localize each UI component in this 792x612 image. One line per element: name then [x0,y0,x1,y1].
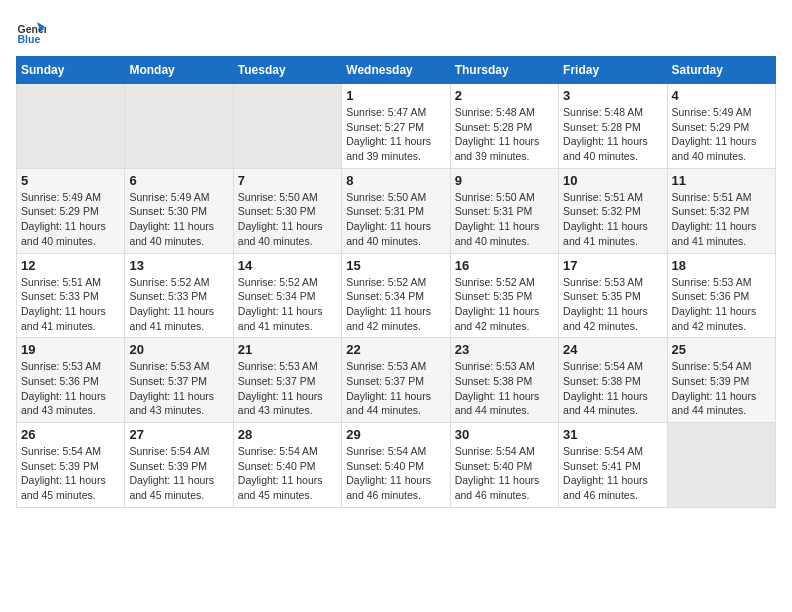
table-row: 19Sunrise: 5:53 AMSunset: 5:36 PMDayligh… [17,338,125,423]
day-number: 8 [346,173,445,188]
day-number: 1 [346,88,445,103]
day-info: Sunrise: 5:54 AMSunset: 5:39 PMDaylight:… [672,359,771,418]
table-row: 26Sunrise: 5:54 AMSunset: 5:39 PMDayligh… [17,423,125,508]
col-friday: Friday [559,57,667,84]
day-number: 11 [672,173,771,188]
table-row: 28Sunrise: 5:54 AMSunset: 5:40 PMDayligh… [233,423,341,508]
day-info: Sunrise: 5:53 AMSunset: 5:37 PMDaylight:… [238,359,337,418]
day-info: Sunrise: 5:54 AMSunset: 5:40 PMDaylight:… [455,444,554,503]
table-row: 18Sunrise: 5:53 AMSunset: 5:36 PMDayligh… [667,253,775,338]
day-number: 21 [238,342,337,357]
col-wednesday: Wednesday [342,57,450,84]
calendar-body: 1Sunrise: 5:47 AMSunset: 5:27 PMDaylight… [17,84,776,508]
table-row: 16Sunrise: 5:52 AMSunset: 5:35 PMDayligh… [450,253,558,338]
table-row: 21Sunrise: 5:53 AMSunset: 5:37 PMDayligh… [233,338,341,423]
table-row: 17Sunrise: 5:53 AMSunset: 5:35 PMDayligh… [559,253,667,338]
day-info: Sunrise: 5:52 AMSunset: 5:35 PMDaylight:… [455,275,554,334]
table-row [667,423,775,508]
day-number: 31 [563,427,662,442]
day-info: Sunrise: 5:49 AMSunset: 5:30 PMDaylight:… [129,190,228,249]
day-info: Sunrise: 5:50 AMSunset: 5:31 PMDaylight:… [455,190,554,249]
day-number: 13 [129,258,228,273]
table-row: 15Sunrise: 5:52 AMSunset: 5:34 PMDayligh… [342,253,450,338]
day-info: Sunrise: 5:48 AMSunset: 5:28 PMDaylight:… [563,105,662,164]
day-number: 7 [238,173,337,188]
col-monday: Monday [125,57,233,84]
table-row: 1Sunrise: 5:47 AMSunset: 5:27 PMDaylight… [342,84,450,169]
day-number: 25 [672,342,771,357]
table-row: 6Sunrise: 5:49 AMSunset: 5:30 PMDaylight… [125,168,233,253]
table-row: 24Sunrise: 5:54 AMSunset: 5:38 PMDayligh… [559,338,667,423]
day-number: 18 [672,258,771,273]
day-number: 4 [672,88,771,103]
day-info: Sunrise: 5:51 AMSunset: 5:33 PMDaylight:… [21,275,120,334]
day-number: 26 [21,427,120,442]
day-info: Sunrise: 5:54 AMSunset: 5:39 PMDaylight:… [21,444,120,503]
table-row: 11Sunrise: 5:51 AMSunset: 5:32 PMDayligh… [667,168,775,253]
logo: General Blue [16,16,50,46]
day-number: 23 [455,342,554,357]
day-info: Sunrise: 5:54 AMSunset: 5:38 PMDaylight:… [563,359,662,418]
table-row: 13Sunrise: 5:52 AMSunset: 5:33 PMDayligh… [125,253,233,338]
day-info: Sunrise: 5:51 AMSunset: 5:32 PMDaylight:… [563,190,662,249]
table-row: 20Sunrise: 5:53 AMSunset: 5:37 PMDayligh… [125,338,233,423]
day-number: 19 [21,342,120,357]
day-info: Sunrise: 5:49 AMSunset: 5:29 PMDaylight:… [672,105,771,164]
table-row: 5Sunrise: 5:49 AMSunset: 5:29 PMDaylight… [17,168,125,253]
table-row: 22Sunrise: 5:53 AMSunset: 5:37 PMDayligh… [342,338,450,423]
day-number: 6 [129,173,228,188]
day-info: Sunrise: 5:52 AMSunset: 5:34 PMDaylight:… [346,275,445,334]
table-row: 25Sunrise: 5:54 AMSunset: 5:39 PMDayligh… [667,338,775,423]
table-row: 10Sunrise: 5:51 AMSunset: 5:32 PMDayligh… [559,168,667,253]
day-info: Sunrise: 5:49 AMSunset: 5:29 PMDaylight:… [21,190,120,249]
day-info: Sunrise: 5:53 AMSunset: 5:38 PMDaylight:… [455,359,554,418]
day-info: Sunrise: 5:52 AMSunset: 5:33 PMDaylight:… [129,275,228,334]
day-number: 30 [455,427,554,442]
day-number: 29 [346,427,445,442]
day-number: 22 [346,342,445,357]
table-row: 3Sunrise: 5:48 AMSunset: 5:28 PMDaylight… [559,84,667,169]
table-row: 9Sunrise: 5:50 AMSunset: 5:31 PMDaylight… [450,168,558,253]
day-number: 5 [21,173,120,188]
col-thursday: Thursday [450,57,558,84]
day-number: 15 [346,258,445,273]
table-row [125,84,233,169]
table-row [17,84,125,169]
page-header: General Blue [16,16,776,46]
day-number: 28 [238,427,337,442]
col-saturday: Saturday [667,57,775,84]
day-number: 3 [563,88,662,103]
table-row: 12Sunrise: 5:51 AMSunset: 5:33 PMDayligh… [17,253,125,338]
table-row: 2Sunrise: 5:48 AMSunset: 5:28 PMDaylight… [450,84,558,169]
calendar-table: Sunday Monday Tuesday Wednesday Thursday… [16,56,776,508]
col-tuesday: Tuesday [233,57,341,84]
day-info: Sunrise: 5:53 AMSunset: 5:36 PMDaylight:… [672,275,771,334]
day-info: Sunrise: 5:54 AMSunset: 5:39 PMDaylight:… [129,444,228,503]
day-number: 20 [129,342,228,357]
table-row: 23Sunrise: 5:53 AMSunset: 5:38 PMDayligh… [450,338,558,423]
day-number: 16 [455,258,554,273]
logo-icon: General Blue [16,16,46,46]
day-info: Sunrise: 5:53 AMSunset: 5:37 PMDaylight:… [129,359,228,418]
day-info: Sunrise: 5:50 AMSunset: 5:30 PMDaylight:… [238,190,337,249]
day-number: 27 [129,427,228,442]
day-info: Sunrise: 5:54 AMSunset: 5:41 PMDaylight:… [563,444,662,503]
day-number: 12 [21,258,120,273]
day-info: Sunrise: 5:51 AMSunset: 5:32 PMDaylight:… [672,190,771,249]
day-number: 10 [563,173,662,188]
day-info: Sunrise: 5:52 AMSunset: 5:34 PMDaylight:… [238,275,337,334]
day-info: Sunrise: 5:48 AMSunset: 5:28 PMDaylight:… [455,105,554,164]
day-info: Sunrise: 5:54 AMSunset: 5:40 PMDaylight:… [238,444,337,503]
table-row: 30Sunrise: 5:54 AMSunset: 5:40 PMDayligh… [450,423,558,508]
day-number: 24 [563,342,662,357]
day-number: 17 [563,258,662,273]
calendar-header: Sunday Monday Tuesday Wednesday Thursday… [17,57,776,84]
table-row: 31Sunrise: 5:54 AMSunset: 5:41 PMDayligh… [559,423,667,508]
table-row: 7Sunrise: 5:50 AMSunset: 5:30 PMDaylight… [233,168,341,253]
svg-text:Blue: Blue [18,33,41,45]
table-row [233,84,341,169]
day-number: 14 [238,258,337,273]
day-info: Sunrise: 5:47 AMSunset: 5:27 PMDaylight:… [346,105,445,164]
day-info: Sunrise: 5:53 AMSunset: 5:35 PMDaylight:… [563,275,662,334]
day-number: 9 [455,173,554,188]
